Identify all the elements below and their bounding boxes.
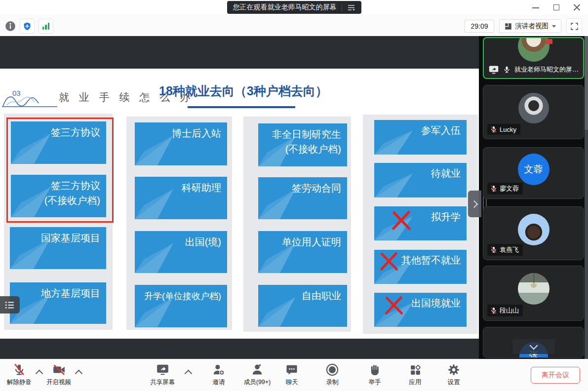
slide-column-3: 非全日制研究生 (不接收户档) 签劳动合同 单位用人证明 [243, 117, 351, 332]
option-label: 自由职业 [261, 288, 341, 303]
avatar [518, 37, 549, 62]
option-box: 单位用人证明 [258, 231, 347, 273]
members-icon [251, 363, 264, 376]
fullscreen-icon[interactable] [566, 18, 582, 34]
participant-tile[interactable]: 段山山 [483, 266, 584, 321]
participant-name: 廖文蓉 [500, 184, 519, 193]
settings-label: 设置 [448, 378, 460, 387]
sidebar-collapse-button[interactable] [468, 191, 481, 217]
shield-plus-icon[interactable] [20, 19, 35, 34]
option-label: 科研助理 [138, 180, 221, 195]
minimize-icon[interactable] [532, 3, 540, 11]
option-label-line2: (不接收户档) [261, 142, 341, 156]
annotation-list-button[interactable] [0, 296, 20, 313]
chat-button[interactable]: 聊天 [277, 363, 306, 387]
apps-button[interactable]: 应用 [401, 363, 430, 387]
participant-name-badge: 段山山 [487, 305, 523, 316]
slide-title: 18种就业去向（3种户档去向） [159, 83, 328, 99]
chevron-up-icon [184, 370, 192, 378]
option-label: 国家基层项目 [13, 231, 100, 245]
network-signal-icon[interactable] [39, 19, 53, 34]
chevron-down-icon [552, 25, 556, 28]
scroll-collapse-button[interactable] [512, 339, 555, 354]
participant-sidebar: 就业老师马昭文的屏… Lucky 文蓉 [479, 36, 588, 359]
list-icon [4, 300, 15, 310]
unmute-button[interactable]: 解除静音 [5, 363, 34, 387]
mic-on-icon [503, 65, 510, 74]
top-toolbar: 29:09 演讲者视图 [0, 15, 588, 36]
share-screen-button[interactable]: 共享屏幕 [148, 363, 177, 387]
participant-tile[interactable]: 文蓉 廖文蓉 [483, 147, 584, 199]
mic-muted-icon [490, 246, 497, 254]
cross-icon [383, 295, 405, 316]
option-box: 国家基层项目 [10, 227, 106, 269]
watching-banner[interactable]: 您正在观看就业老师马昭文的屏幕 [227, 1, 361, 14]
invite-button[interactable]: 邀请 [204, 363, 233, 387]
view-mode-label: 演讲者视图 [515, 22, 549, 31]
top-right-controls: 29:09 演讲者视图 [465, 18, 582, 34]
banner-menu-icon[interactable] [347, 3, 355, 12]
share-options-button[interactable] [183, 363, 194, 376]
option-label: 单位用人证明 [261, 235, 341, 249]
mic-muted-icon [13, 363, 26, 376]
participant-tile-sharing[interactable]: 就业老师马昭文的屏… [483, 37, 584, 79]
option-box: 出国境就业 [374, 293, 467, 327]
meeting-window: 您正在观看就业老师马昭文的屏幕 [0, 0, 588, 391]
slide-column-2: 博士后入站 科研助理 出国(境) [126, 117, 232, 330]
participant-tile[interactable]: Lucky [483, 85, 584, 139]
chat-label: 聊天 [286, 378, 298, 387]
option-box: 博士后入站 [135, 122, 227, 165]
raise-hand-button[interactable]: 举手 [360, 363, 389, 387]
avatar [518, 214, 549, 245]
option-box: 其他暂不就业 [374, 250, 467, 284]
option-label: 升学(单位接收户档) [138, 290, 221, 303]
chevron-up-icon [35, 370, 43, 378]
option-box: 出国(境) [135, 231, 227, 273]
option-box: 签三方协议 [11, 121, 106, 164]
share-screen-icon [156, 363, 169, 376]
maximize-icon[interactable] [552, 3, 560, 11]
participant-name-badge: 廖文蓉 [487, 183, 523, 195]
option-label-line2: (不接收户档) [14, 193, 100, 208]
option-box: 签三方协议 (不接收户档) [11, 175, 106, 217]
option-label: 签劳动合同 [261, 181, 341, 196]
video-options-button[interactable] [73, 363, 84, 376]
meeting-timer: 29:09 [465, 20, 494, 33]
option-box: 非全日制研究生 (不接收户档) [258, 123, 347, 166]
window-controls [532, 2, 581, 13]
speaker-view-icon [505, 23, 512, 30]
settings-button[interactable]: 设置 [439, 363, 468, 387]
view-mode-button[interactable]: 演讲者视图 [499, 19, 562, 33]
close-icon[interactable] [573, 3, 581, 11]
meeting-status-icons [5, 19, 53, 34]
center-tool-group: 共享屏幕 邀请 [148, 363, 468, 387]
option-label: 出国(境) [138, 235, 221, 249]
option-box: 待就业 [374, 163, 467, 197]
sidebar-scrollbar[interactable] [585, 36, 588, 359]
participant-tile[interactable]: 袁燕飞 [483, 206, 584, 260]
record-button[interactable]: 录制 [318, 363, 347, 387]
raise-hand-icon [369, 363, 381, 376]
record-label: 录制 [326, 378, 339, 387]
chat-icon [285, 363, 298, 376]
chevron-right-icon [470, 200, 478, 208]
mic-options-button[interactable] [34, 363, 44, 376]
wave-decoration [2, 90, 57, 108]
record-icon [325, 363, 339, 377]
chevron-up-icon [75, 370, 82, 378]
invite-icon [212, 363, 225, 376]
apps-label: 应用 [409, 378, 422, 387]
title-underline [188, 106, 295, 108]
members-label: 成员(99+) [244, 378, 271, 387]
participant-name-badge: Lucky [487, 124, 520, 135]
info-icon[interactable] [5, 21, 16, 32]
option-label: 签三方协议 [14, 125, 100, 140]
option-box: 自由职业 [258, 285, 347, 327]
members-button[interactable]: 成员(99+) [243, 363, 272, 387]
leave-meeting-button[interactable]: 离开会议 [531, 367, 580, 384]
participant-name: 袁燕飞 [500, 245, 519, 254]
start-video-button[interactable]: 开启视频 [44, 363, 73, 387]
participant-tile[interactable]: 张 [483, 327, 584, 358]
option-label: 待就业 [377, 166, 461, 181]
participant-name: 就业老师马昭文的屏… [514, 65, 579, 74]
